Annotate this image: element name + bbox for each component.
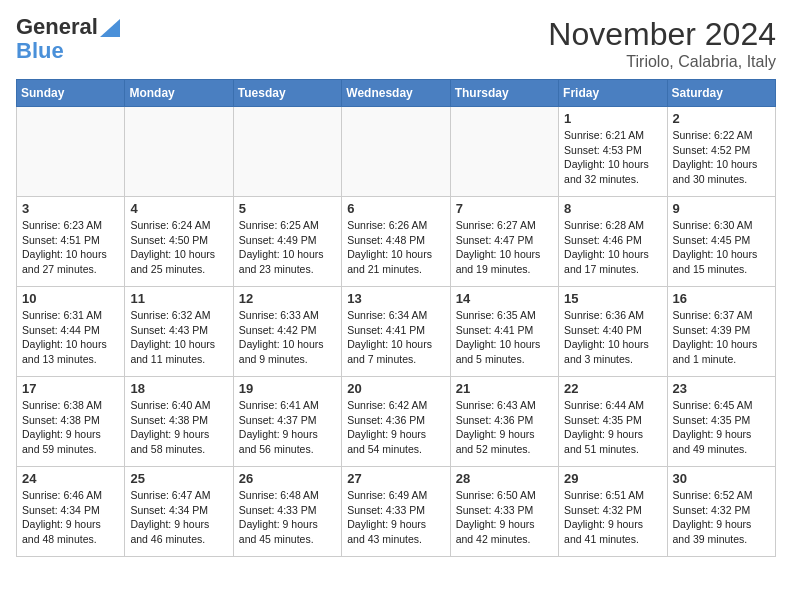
day-number: 3 (22, 201, 119, 216)
day-number: 17 (22, 381, 119, 396)
day-number: 24 (22, 471, 119, 486)
day-info: Sunrise: 6:26 AM Sunset: 4:48 PM Dayligh… (347, 218, 444, 277)
day-info: Sunrise: 6:38 AM Sunset: 4:38 PM Dayligh… (22, 398, 119, 457)
calendar-body: 1Sunrise: 6:21 AM Sunset: 4:53 PM Daylig… (17, 107, 776, 557)
calendar-cell: 26Sunrise: 6:48 AM Sunset: 4:33 PM Dayli… (233, 467, 341, 557)
day-info: Sunrise: 6:28 AM Sunset: 4:46 PM Dayligh… (564, 218, 661, 277)
day-number: 15 (564, 291, 661, 306)
day-info: Sunrise: 6:50 AM Sunset: 4:33 PM Dayligh… (456, 488, 553, 547)
day-number: 12 (239, 291, 336, 306)
calendar-cell: 21Sunrise: 6:43 AM Sunset: 4:36 PM Dayli… (450, 377, 558, 467)
calendar-cell: 3Sunrise: 6:23 AM Sunset: 4:51 PM Daylig… (17, 197, 125, 287)
day-info: Sunrise: 6:43 AM Sunset: 4:36 PM Dayligh… (456, 398, 553, 457)
day-info: Sunrise: 6:45 AM Sunset: 4:35 PM Dayligh… (673, 398, 770, 457)
calendar-header-row: SundayMondayTuesdayWednesdayThursdayFrid… (17, 80, 776, 107)
calendar-cell (342, 107, 450, 197)
calendar-cell: 22Sunrise: 6:44 AM Sunset: 4:35 PM Dayli… (559, 377, 667, 467)
day-info: Sunrise: 6:52 AM Sunset: 4:32 PM Dayligh… (673, 488, 770, 547)
day-number: 9 (673, 201, 770, 216)
day-number: 29 (564, 471, 661, 486)
calendar-cell: 11Sunrise: 6:32 AM Sunset: 4:43 PM Dayli… (125, 287, 233, 377)
day-number: 26 (239, 471, 336, 486)
weekday-header-wednesday: Wednesday (342, 80, 450, 107)
day-number: 2 (673, 111, 770, 126)
calendar-week-2: 3Sunrise: 6:23 AM Sunset: 4:51 PM Daylig… (17, 197, 776, 287)
day-info: Sunrise: 6:23 AM Sunset: 4:51 PM Dayligh… (22, 218, 119, 277)
weekday-header-friday: Friday (559, 80, 667, 107)
calendar-cell: 6Sunrise: 6:26 AM Sunset: 4:48 PM Daylig… (342, 197, 450, 287)
day-info: Sunrise: 6:33 AM Sunset: 4:42 PM Dayligh… (239, 308, 336, 367)
calendar-cell: 30Sunrise: 6:52 AM Sunset: 4:32 PM Dayli… (667, 467, 775, 557)
day-info: Sunrise: 6:30 AM Sunset: 4:45 PM Dayligh… (673, 218, 770, 277)
calendar-cell: 19Sunrise: 6:41 AM Sunset: 4:37 PM Dayli… (233, 377, 341, 467)
day-info: Sunrise: 6:31 AM Sunset: 4:44 PM Dayligh… (22, 308, 119, 367)
day-number: 18 (130, 381, 227, 396)
weekday-header-monday: Monday (125, 80, 233, 107)
calendar-week-4: 17Sunrise: 6:38 AM Sunset: 4:38 PM Dayli… (17, 377, 776, 467)
day-info: Sunrise: 6:24 AM Sunset: 4:50 PM Dayligh… (130, 218, 227, 277)
weekday-header-saturday: Saturday (667, 80, 775, 107)
day-info: Sunrise: 6:44 AM Sunset: 4:35 PM Dayligh… (564, 398, 661, 457)
day-info: Sunrise: 6:41 AM Sunset: 4:37 PM Dayligh… (239, 398, 336, 457)
calendar-cell: 12Sunrise: 6:33 AM Sunset: 4:42 PM Dayli… (233, 287, 341, 377)
day-info: Sunrise: 6:40 AM Sunset: 4:38 PM Dayligh… (130, 398, 227, 457)
logo: General Blue (16, 16, 120, 64)
day-info: Sunrise: 6:35 AM Sunset: 4:41 PM Dayligh… (456, 308, 553, 367)
day-info: Sunrise: 6:46 AM Sunset: 4:34 PM Dayligh… (22, 488, 119, 547)
logo-icon (100, 15, 120, 37)
day-number: 1 (564, 111, 661, 126)
day-number: 7 (456, 201, 553, 216)
calendar-cell: 9Sunrise: 6:30 AM Sunset: 4:45 PM Daylig… (667, 197, 775, 287)
calendar-cell: 8Sunrise: 6:28 AM Sunset: 4:46 PM Daylig… (559, 197, 667, 287)
calendar-cell (450, 107, 558, 197)
day-number: 11 (130, 291, 227, 306)
day-number: 6 (347, 201, 444, 216)
svg-marker-0 (100, 19, 120, 37)
day-info: Sunrise: 6:22 AM Sunset: 4:52 PM Dayligh… (673, 128, 770, 187)
location-title: Tiriolo, Calabria, Italy (548, 53, 776, 71)
day-info: Sunrise: 6:49 AM Sunset: 4:33 PM Dayligh… (347, 488, 444, 547)
month-title: November 2024 (548, 16, 776, 53)
day-number: 14 (456, 291, 553, 306)
calendar-cell: 20Sunrise: 6:42 AM Sunset: 4:36 PM Dayli… (342, 377, 450, 467)
calendar-cell: 5Sunrise: 6:25 AM Sunset: 4:49 PM Daylig… (233, 197, 341, 287)
weekday-header-sunday: Sunday (17, 80, 125, 107)
title-block: November 2024 Tiriolo, Calabria, Italy (548, 16, 776, 71)
day-number: 21 (456, 381, 553, 396)
calendar-cell: 1Sunrise: 6:21 AM Sunset: 4:53 PM Daylig… (559, 107, 667, 197)
day-info: Sunrise: 6:32 AM Sunset: 4:43 PM Dayligh… (130, 308, 227, 367)
calendar-cell: 2Sunrise: 6:22 AM Sunset: 4:52 PM Daylig… (667, 107, 775, 197)
day-number: 13 (347, 291, 444, 306)
day-info: Sunrise: 6:51 AM Sunset: 4:32 PM Dayligh… (564, 488, 661, 547)
day-number: 10 (22, 291, 119, 306)
calendar-week-1: 1Sunrise: 6:21 AM Sunset: 4:53 PM Daylig… (17, 107, 776, 197)
calendar-cell: 4Sunrise: 6:24 AM Sunset: 4:50 PM Daylig… (125, 197, 233, 287)
calendar-cell: 13Sunrise: 6:34 AM Sunset: 4:41 PM Dayli… (342, 287, 450, 377)
calendar-cell: 23Sunrise: 6:45 AM Sunset: 4:35 PM Dayli… (667, 377, 775, 467)
calendar-cell: 29Sunrise: 6:51 AM Sunset: 4:32 PM Dayli… (559, 467, 667, 557)
logo-blue: Blue (16, 38, 64, 63)
calendar-table: SundayMondayTuesdayWednesdayThursdayFrid… (16, 79, 776, 557)
day-number: 5 (239, 201, 336, 216)
day-info: Sunrise: 6:48 AM Sunset: 4:33 PM Dayligh… (239, 488, 336, 547)
calendar-cell: 16Sunrise: 6:37 AM Sunset: 4:39 PM Dayli… (667, 287, 775, 377)
day-number: 28 (456, 471, 553, 486)
calendar-cell (233, 107, 341, 197)
day-number: 4 (130, 201, 227, 216)
day-number: 20 (347, 381, 444, 396)
day-info: Sunrise: 6:27 AM Sunset: 4:47 PM Dayligh… (456, 218, 553, 277)
calendar-cell: 7Sunrise: 6:27 AM Sunset: 4:47 PM Daylig… (450, 197, 558, 287)
day-number: 19 (239, 381, 336, 396)
calendar-cell (125, 107, 233, 197)
calendar-cell: 10Sunrise: 6:31 AM Sunset: 4:44 PM Dayli… (17, 287, 125, 377)
page-header: General Blue November 2024 Tiriolo, Cala… (16, 16, 776, 71)
calendar-cell: 24Sunrise: 6:46 AM Sunset: 4:34 PM Dayli… (17, 467, 125, 557)
calendar-cell: 15Sunrise: 6:36 AM Sunset: 4:40 PM Dayli… (559, 287, 667, 377)
calendar-cell: 25Sunrise: 6:47 AM Sunset: 4:34 PM Dayli… (125, 467, 233, 557)
day-info: Sunrise: 6:36 AM Sunset: 4:40 PM Dayligh… (564, 308, 661, 367)
calendar-cell: 18Sunrise: 6:40 AM Sunset: 4:38 PM Dayli… (125, 377, 233, 467)
calendar-cell: 27Sunrise: 6:49 AM Sunset: 4:33 PM Dayli… (342, 467, 450, 557)
day-info: Sunrise: 6:37 AM Sunset: 4:39 PM Dayligh… (673, 308, 770, 367)
day-number: 23 (673, 381, 770, 396)
weekday-header-tuesday: Tuesday (233, 80, 341, 107)
